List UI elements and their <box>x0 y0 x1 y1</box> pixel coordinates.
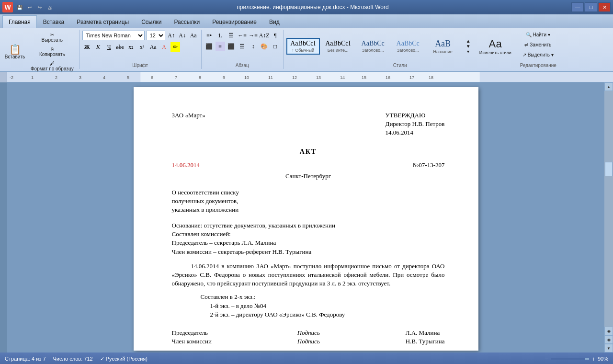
zoom-slider[interactable] <box>551 358 589 360</box>
document-area: ЗАО «Март» УТВЕРЖДАЮ Директор Н.В. Петро… <box>7 82 604 353</box>
minimize-btn[interactable]: — <box>571 2 584 12</box>
tab-review[interactable]: Рецензирование <box>206 15 263 28</box>
font-color-btn[interactable]: А <box>159 42 169 52</box>
styles-scroll-btn[interactable]: ▲ ▼ ▾ <box>461 37 476 56</box>
font-size-select[interactable]: 12 <box>146 31 165 40</box>
cut-label: Вырезать <box>42 37 63 43</box>
scroll-track[interactable] <box>604 91 613 327</box>
chairman-line: Председатель – секретарь Л.А. Малина <box>172 239 445 247</box>
tab-home[interactable]: Главная <box>2 15 37 28</box>
copy-button[interactable]: ⎘ Копировать <box>28 45 76 58</box>
align-justify-btn[interactable]: ☰ <box>238 42 247 51</box>
cut-button[interactable]: ✂ Вырезать <box>28 31 76 44</box>
style-h2-preview: AaBbCс <box>394 40 422 47</box>
date-approve: 14.06.2014 <box>386 128 445 137</box>
undo-quick-btn[interactable]: ↩ <box>25 3 34 11</box>
font-format-row: Ж К Ч abc x₂ x² Аа А ✏ <box>82 42 180 52</box>
strikethrough-btn[interactable]: abc <box>115 42 125 52</box>
close-btn[interactable]: ✕ <box>598 2 611 12</box>
zoom-in-btn[interactable]: + <box>591 355 595 363</box>
subject-line2: полученных документов, <box>172 197 445 205</box>
increase-indent-btn[interactable]: →≡ <box>249 31 258 40</box>
underline-btn[interactable]: Ч <box>104 42 114 52</box>
ruler-corner[interactable] <box>0 72 7 82</box>
svg-text:15: 15 <box>362 75 366 80</box>
tab-view[interactable]: Вид <box>263 15 286 28</box>
left-margin-bar <box>0 82 7 353</box>
paste-button[interactable]: 📋 Вставить <box>3 42 27 62</box>
document-page[interactable]: ЗАО «Март» УТВЕРЖДАЮ Директор Н.В. Петро… <box>134 87 478 351</box>
italic-btn[interactable]: К <box>93 42 103 52</box>
paragraph-group: ≡• 1. ☰ ←≡ →≡ A↕Z ¶ ⬛ ≡ ⬛ ☰ ↕ 🎨 □ <box>202 30 284 69</box>
print-quick-btn[interactable]: 🖨 <box>45 3 54 11</box>
doc-city: Санкт-Петербург <box>172 172 445 181</box>
para-row1: ≡• 1. ☰ ←≡ →≡ A↕Z ¶ <box>204 31 280 40</box>
find-btn[interactable]: 🔍 Найти ▾ <box>523 31 553 39</box>
zoom-out-btn[interactable]: − <box>545 355 548 363</box>
svg-text:3: 3 <box>79 75 81 80</box>
save-quick-btn[interactable]: 💾 <box>15 3 24 11</box>
change-case-btn[interactable]: Аа <box>148 42 158 52</box>
select-label: Выделить <box>528 52 550 57</box>
grow-font-btn[interactable]: A↑ <box>167 31 176 40</box>
tab-mailings[interactable]: Рассылки <box>168 15 206 28</box>
page-info: Страница: 4 из 7 <box>5 356 46 362</box>
scroll-prev-page-btn[interactable]: ◉ <box>604 327 613 335</box>
svg-text:-2: -2 <box>10 75 13 80</box>
sig-member-sign: Подпись <box>297 337 320 346</box>
superscript-btn[interactable]: x² <box>137 42 147 52</box>
font-group-label: Шрифт <box>82 62 198 68</box>
scroll-down-btn[interactable]: ▼ <box>604 344 613 353</box>
select-btn[interactable]: ↗ Выделить ▾ <box>520 51 556 59</box>
doc-approval-block: УТВЕРЖДАЮ Директор Н.В. Петров 14.06.201… <box>386 111 445 137</box>
change-styles-btn[interactable]: Аа Изменить стили <box>477 36 514 57</box>
align-left-btn[interactable]: ⬛ <box>204 42 214 51</box>
scroll-up-btn[interactable]: ▲ <box>604 82 613 91</box>
highlight-btn[interactable]: ✏ <box>170 42 180 52</box>
shading-btn[interactable]: 🎨 <box>260 42 269 51</box>
scroll-thumb[interactable] <box>605 162 613 176</box>
svg-text:6: 6 <box>151 75 153 80</box>
svg-text:5: 5 <box>127 75 129 80</box>
style-heading2[interactable]: AaBbCс Заголово... <box>391 38 425 55</box>
line-spacing-btn[interactable]: ↕ <box>249 42 258 51</box>
copy2-line: 2-й экз. – директору ОАО «Эрсико» С.В. Ф… <box>210 310 445 319</box>
style-normal[interactable]: AaBbCcI ↑ Обычный <box>286 38 320 55</box>
style-heading1[interactable]: AaBbCс Заголово... <box>356 38 390 55</box>
style-title[interactable]: АаВ Название <box>426 37 460 56</box>
shrink-font-btn[interactable]: A↓ <box>178 31 187 40</box>
redo-quick-btn[interactable]: ↪ <box>35 3 44 11</box>
font-group: Times New Roman 12 A↑ A↓ Aa Ж К Ч abc x₂… <box>79 30 202 69</box>
font-name-select[interactable]: Times New Roman <box>82 31 145 40</box>
bold-btn[interactable]: Ж <box>82 42 92 52</box>
clipboard-group: 📋 Вставить ✂ Вырезать ⎘ Копировать 🖌 Фор… <box>0 30 79 69</box>
tab-insert[interactable]: Вставка <box>37 15 71 28</box>
borders-btn[interactable]: □ <box>271 42 280 51</box>
subscript-btn[interactable]: x₂ <box>126 42 136 52</box>
decrease-indent-btn[interactable]: ←≡ <box>238 31 247 40</box>
zoom-level: 90% <box>598 356 608 362</box>
sort-btn[interactable]: A↕Z <box>260 31 269 40</box>
align-right-btn[interactable]: ⬛ <box>227 42 236 51</box>
multilevel-list-btn[interactable]: ☰ <box>227 31 236 40</box>
style-normal-preview: AaBbCcI <box>289 40 317 47</box>
language-indicator[interactable]: ✓ Русский (Россия) <box>100 356 148 362</box>
svg-text:13: 13 <box>316 75 321 80</box>
align-center-btn[interactable]: ≡ <box>216 42 225 51</box>
style-no-spacing[interactable]: AaBbCcI Без инте... <box>321 38 355 55</box>
subject-line1: О несоответствии списку <box>172 188 445 197</box>
bullet-list-btn[interactable]: ≡• <box>204 31 214 40</box>
title-bar: W 💾 ↩ ↪ 🖨 приложение. информационные док… <box>0 0 613 14</box>
svg-text:16: 16 <box>386 75 390 80</box>
numbered-list-btn[interactable]: 1. <box>216 31 225 40</box>
status-bar: Страница: 4 из 7 Число слов: 712 ✓ Русск… <box>0 353 613 364</box>
scroll-next-page-btn[interactable]: ◉ <box>604 335 613 344</box>
tab-layout[interactable]: Разметка страницы <box>70 15 135 28</box>
replace-btn[interactable]: ⇌ Заменить <box>522 41 554 49</box>
maximize-btn[interactable]: □ <box>585 2 597 12</box>
styles-down-icon: ▼ <box>466 44 471 49</box>
clear-format-btn[interactable]: Aa <box>189 31 198 40</box>
show-formatting-btn[interactable]: ¶ <box>271 31 280 40</box>
tab-references[interactable]: Ссылки <box>135 15 168 28</box>
format-painter-button[interactable]: 🖌 Формат по образцу <box>28 59 76 73</box>
